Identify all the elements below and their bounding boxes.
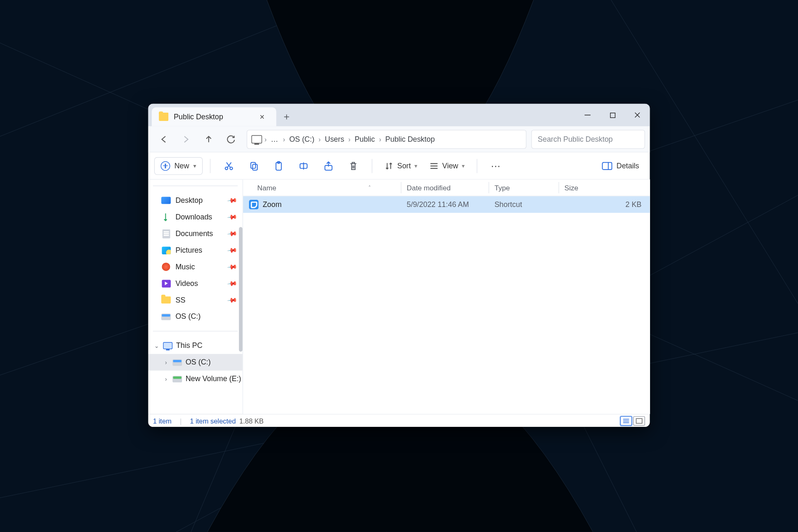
sidebar-item-videos[interactable]: Videos 📌 <box>148 275 243 292</box>
chevron-right-icon[interactable]: › <box>318 135 321 143</box>
sidebar-item-osc-pinned[interactable]: OS (C:) <box>148 308 243 325</box>
tree-this-pc[interactable]: ⌄ This PC <box>148 337 243 354</box>
copy-button[interactable] <box>242 157 265 175</box>
tree-label: New Volume (E:) <box>185 375 241 383</box>
breadcrumb-users[interactable]: Users <box>321 135 348 143</box>
new-button[interactable]: New ▾ <box>154 157 203 175</box>
status-selected-size: 1.88 KB <box>239 417 264 424</box>
status-bar: 1 item | 1 item selected 1.88 KB <box>148 414 650 427</box>
svg-rect-11 <box>610 113 615 117</box>
share-button[interactable] <box>317 157 340 175</box>
pin-icon: 📌 <box>227 294 238 305</box>
file-type: Shortcut <box>488 200 558 209</box>
drive-icon <box>172 374 182 384</box>
sort-label: Sort <box>397 162 411 170</box>
sidebar-label: Music <box>175 263 195 271</box>
minimize-button[interactable] <box>575 104 600 126</box>
svg-rect-19 <box>253 164 257 170</box>
chevron-right-icon[interactable]: › <box>161 359 171 366</box>
forward-button[interactable] <box>175 130 197 148</box>
separator <box>210 159 210 173</box>
new-tab-button[interactable]: ＋ <box>276 107 297 126</box>
separator <box>372 159 372 173</box>
file-name: Zoom <box>263 200 282 209</box>
status-item-count: 1 item <box>153 417 172 424</box>
column-header-size[interactable]: Size <box>559 180 650 196</box>
delete-button[interactable] <box>342 157 365 175</box>
column-headers: Name ˄ Date modified Type Size <box>243 180 650 196</box>
document-icon <box>161 229 171 239</box>
breadcrumb-public[interactable]: Public <box>351 135 379 143</box>
sidebar-item-downloads[interactable]: ⭣ Downloads 📌 <box>148 209 243 225</box>
tree-label: This PC <box>176 342 202 350</box>
column-header-name[interactable]: Name ˄ <box>243 180 401 196</box>
chevron-right-icon[interactable]: › <box>282 135 286 143</box>
svg-rect-18 <box>251 162 255 168</box>
chevron-down-icon: ▾ <box>462 163 465 169</box>
paste-button[interactable] <box>267 157 290 175</box>
file-row[interactable]: Zoom 5/9/2022 11:46 AM Shortcut 2 KB <box>243 196 650 213</box>
view-button[interactable]: View ▾ <box>424 157 469 175</box>
details-view-button[interactable] <box>620 416 632 426</box>
refresh-button[interactable] <box>221 130 242 148</box>
pin-icon: 📌 <box>227 195 238 206</box>
video-icon <box>161 278 171 288</box>
sidebar-label: Downloads <box>175 213 212 221</box>
chevron-right-icon[interactable]: › <box>378 135 382 143</box>
file-date: 5/9/2022 11:46 AM <box>401 200 488 209</box>
tab-close-button[interactable]: × <box>254 112 271 122</box>
back-button[interactable] <box>153 130 174 148</box>
details-label: Details <box>616 162 639 170</box>
up-button[interactable] <box>198 130 219 148</box>
sidebar-scrollbar[interactable] <box>239 227 243 352</box>
path-overflow-icon[interactable]: … <box>267 135 282 143</box>
tab-title: Public Desktop <box>174 113 254 121</box>
chevron-right-icon[interactable]: › <box>348 135 351 143</box>
sidebar-item-pictures[interactable]: Pictures 📌 <box>148 242 243 259</box>
breadcrumb-osc[interactable]: OS (C:) <box>286 135 318 143</box>
maximize-button[interactable] <box>600 104 625 126</box>
folder-icon <box>159 113 168 121</box>
column-header-type[interactable]: Type <box>488 180 558 196</box>
cut-button[interactable] <box>218 157 240 175</box>
file-explorer-window: Public Desktop × ＋ <box>148 104 650 427</box>
close-button[interactable] <box>625 104 650 126</box>
sort-button[interactable]: Sort ▾ <box>379 157 422 175</box>
sidebar-label: Pictures <box>175 246 202 254</box>
plus-circle-icon <box>161 161 170 170</box>
view-label: View <box>442 162 458 170</box>
pc-icon <box>251 135 262 143</box>
sidebar-label: OS (C:) <box>175 313 200 321</box>
sidebar-item-music[interactable]: Music 📌 <box>148 259 243 275</box>
tree-osc[interactable]: › OS (C:) <box>148 354 243 371</box>
explorer-body: Desktop 📌 ⭣ Downloads 📌 Documents 📌 Pict… <box>148 180 650 414</box>
tree-new-volume[interactable]: › New Volume (E:) <box>148 371 243 387</box>
sidebar-item-ss[interactable]: SS 📌 <box>148 292 243 308</box>
pin-icon: 📌 <box>227 278 238 289</box>
tab-public-desktop[interactable]: Public Desktop × <box>152 107 276 126</box>
desktop-wallpaper: Public Desktop × ＋ <box>0 0 798 532</box>
sidebar-item-desktop[interactable]: Desktop 📌 <box>148 192 243 209</box>
pictures-icon <box>161 246 171 255</box>
address-bar[interactable]: › … › OS (C:) › Users › Public › Public … <box>246 130 526 149</box>
svg-rect-28 <box>602 162 612 169</box>
column-header-date[interactable]: Date modified <box>401 180 488 196</box>
more-button[interactable]: ⋯ <box>484 157 507 175</box>
thumbnails-view-button[interactable] <box>633 416 645 426</box>
search-box[interactable] <box>531 130 645 149</box>
music-icon <box>161 262 171 272</box>
sidebar-item-documents[interactable]: Documents 📌 <box>148 225 243 242</box>
breadcrumb-public-desktop[interactable]: Public Desktop <box>382 135 438 143</box>
sidebar-label: Documents <box>175 229 213 238</box>
chevron-down-icon: ▾ <box>414 163 417 169</box>
pin-icon: 📌 <box>227 228 238 239</box>
desktop-icon <box>161 196 171 205</box>
tree-label: OS (C:) <box>185 358 210 367</box>
chevron-right-icon[interactable]: › <box>161 376 171 382</box>
rename-button[interactable] <box>292 157 315 175</box>
chevron-right-icon[interactable]: › <box>264 135 267 143</box>
chevron-down-icon[interactable]: ⌄ <box>152 342 161 349</box>
search-input[interactable] <box>538 135 639 143</box>
sidebar-label: Desktop <box>175 196 202 204</box>
details-pane-button[interactable]: Details <box>597 157 644 175</box>
